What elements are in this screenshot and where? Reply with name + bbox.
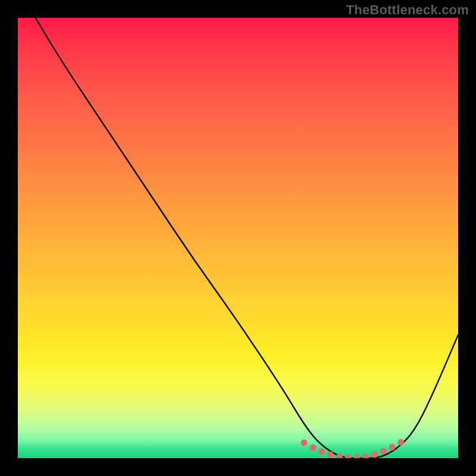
optimal-range-markers bbox=[301, 439, 405, 458]
plot-area bbox=[18, 18, 458, 458]
optimal-dot bbox=[362, 453, 369, 458]
optimal-dot bbox=[309, 444, 316, 451]
optimal-dot bbox=[345, 455, 352, 458]
optimal-dot bbox=[353, 455, 360, 458]
chart-frame: TheBottleneck.com bbox=[0, 0, 476, 476]
optimal-dot bbox=[380, 448, 387, 455]
optimal-dot bbox=[397, 439, 404, 446]
optimal-dot bbox=[301, 440, 308, 446]
optimal-dot bbox=[389, 444, 396, 450]
watermark-label: TheBottleneck.com bbox=[346, 2, 469, 18]
bottleneck-curve bbox=[36, 18, 458, 458]
optimal-dot bbox=[327, 452, 334, 458]
optimal-dot bbox=[371, 452, 378, 458]
curve-layer bbox=[18, 18, 458, 458]
optimal-dot bbox=[318, 448, 325, 455]
